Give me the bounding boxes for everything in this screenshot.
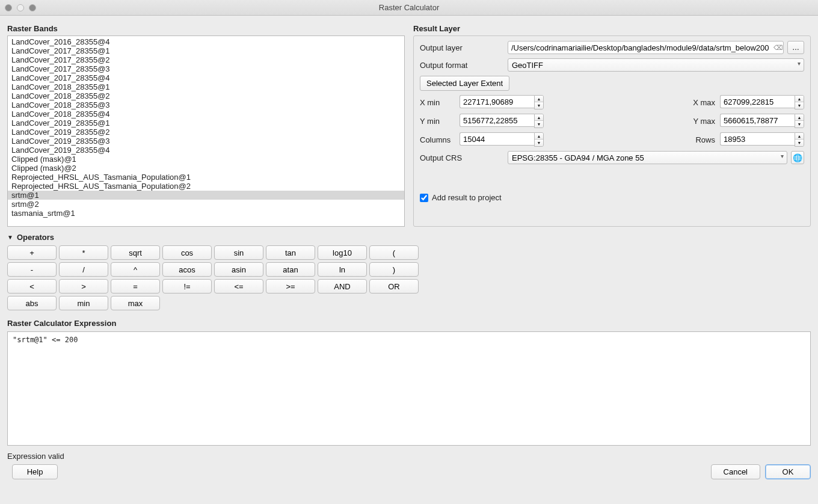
list-item[interactable]: LandCover_2019_28355@1 bbox=[8, 118, 404, 128]
operator-button[interactable]: sqrt bbox=[111, 245, 160, 260]
add-to-project-checkbox[interactable] bbox=[420, 194, 428, 202]
operator-button[interactable]: ) bbox=[369, 262, 419, 277]
ymax-label: Y max bbox=[686, 117, 715, 126]
list-item[interactable]: LandCover_2019_28355@2 bbox=[8, 128, 404, 137]
xmin-label: X min bbox=[420, 98, 455, 107]
raster-bands-label: Raster Bands bbox=[7, 24, 405, 33]
list-item[interactable]: srtm@2 bbox=[8, 200, 404, 209]
crs-picker-icon[interactable]: 🌐 bbox=[791, 151, 804, 164]
operator-button[interactable]: log10 bbox=[318, 245, 367, 260]
operator-button[interactable]: < bbox=[7, 279, 57, 293]
browse-output-button[interactable]: … bbox=[787, 41, 804, 54]
operator-button[interactable]: * bbox=[59, 245, 108, 260]
cancel-button[interactable]: Cancel bbox=[711, 464, 760, 479]
output-layer-input[interactable] bbox=[508, 41, 784, 54]
list-item[interactable]: LandCover_2018_28355@1 bbox=[8, 82, 404, 91]
add-to-project-label[interactable]: Add result to project bbox=[432, 193, 502, 202]
output-format-label: Output format bbox=[420, 61, 504, 70]
ymax-down-icon[interactable]: ▼ bbox=[795, 121, 804, 128]
columns-label: Columns bbox=[420, 135, 455, 144]
ok-button[interactable]: OK bbox=[765, 464, 811, 479]
operators-grid: +*sqrtcossintanlog10(-/^acosasinatanln)<… bbox=[7, 245, 811, 310]
operator-button[interactable]: - bbox=[7, 262, 57, 277]
operator-button[interactable]: cos bbox=[162, 245, 212, 260]
xmin-up-icon[interactable]: ▲ bbox=[535, 96, 543, 102]
ymax-input[interactable] bbox=[720, 114, 795, 127]
ymin-up-icon[interactable]: ▲ bbox=[535, 114, 543, 121]
output-layer-label: Output layer bbox=[420, 43, 504, 52]
list-item[interactable]: srtm@1 bbox=[8, 191, 404, 200]
list-item[interactable]: LandCover_2018_28355@3 bbox=[8, 100, 404, 109]
operators-label: Operators bbox=[17, 233, 54, 242]
operator-button[interactable]: min bbox=[59, 296, 108, 310]
xmax-down-icon[interactable]: ▼ bbox=[795, 102, 804, 109]
operator-button[interactable]: >= bbox=[266, 279, 315, 293]
rows-label: Rows bbox=[686, 135, 715, 144]
columns-input[interactable] bbox=[460, 132, 534, 146]
titlebar: Raster Calculator bbox=[0, 0, 818, 16]
operator-button[interactable]: != bbox=[162, 279, 212, 293]
list-item[interactable]: LandCover_2019_28355@4 bbox=[8, 146, 404, 155]
list-item[interactable]: LandCover_2017_28355@2 bbox=[8, 55, 404, 64]
ymin-label: Y min bbox=[420, 117, 455, 126]
list-item[interactable]: LandCover_2017_28355@4 bbox=[8, 73, 404, 82]
output-crs-label: Output CRS bbox=[420, 153, 504, 162]
cols-down-icon[interactable]: ▼ bbox=[535, 140, 543, 146]
cols-up-icon[interactable]: ▲ bbox=[535, 133, 543, 140]
expression-editor[interactable]: "srtm@1" <= 200 bbox=[7, 331, 811, 446]
rows-input[interactable] bbox=[720, 132, 795, 146]
xmin-input[interactable] bbox=[460, 95, 534, 108]
expression-label: Raster Calculator Expression bbox=[7, 319, 811, 328]
operator-button[interactable]: > bbox=[59, 279, 108, 293]
xmax-label: X max bbox=[686, 98, 715, 107]
list-item[interactable]: Reprojected_HRSL_AUS_Tasmania_Population… bbox=[8, 173, 404, 182]
operator-button[interactable]: ln bbox=[318, 262, 367, 277]
ymin-input[interactable] bbox=[460, 114, 534, 127]
xmax-input[interactable] bbox=[720, 95, 795, 108]
operator-button[interactable]: ( bbox=[369, 245, 419, 260]
operator-button[interactable]: + bbox=[7, 245, 57, 260]
list-item[interactable]: LandCover_2016_28355@4 bbox=[8, 37, 404, 46]
list-item[interactable]: Reprojected_HRSL_AUS_Tasmania_Population… bbox=[8, 182, 404, 191]
list-item[interactable]: tasmania_srtm@1 bbox=[8, 209, 404, 218]
operator-button[interactable]: sin bbox=[214, 245, 263, 260]
selected-extent-button[interactable]: Selected Layer Extent bbox=[420, 76, 509, 91]
operator-button[interactable]: atan bbox=[266, 262, 315, 277]
ymin-down-icon[interactable]: ▼ bbox=[535, 121, 543, 128]
list-item[interactable]: LandCover_2017_28355@3 bbox=[8, 64, 404, 73]
operator-button[interactable]: = bbox=[111, 279, 160, 293]
xmax-up-icon[interactable]: ▲ bbox=[795, 96, 804, 102]
rows-down-icon[interactable]: ▼ bbox=[795, 140, 804, 146]
operator-button[interactable]: acos bbox=[162, 262, 212, 277]
operator-button[interactable]: tan bbox=[266, 245, 315, 260]
operator-button[interactable]: AND bbox=[318, 279, 367, 293]
window-title: Raster Calculator bbox=[0, 3, 818, 12]
result-layer-label: Result Layer bbox=[413, 24, 811, 33]
status-text: Expression valid bbox=[7, 452, 811, 461]
operator-button[interactable]: <= bbox=[214, 279, 263, 293]
list-item[interactable]: LandCover_2018_28355@2 bbox=[8, 91, 404, 100]
ymax-up-icon[interactable]: ▲ bbox=[795, 114, 804, 121]
help-button[interactable]: Help bbox=[12, 464, 58, 479]
operator-button[interactable]: asin bbox=[214, 262, 263, 277]
output-crs-select[interactable]: EPSG:28355 - GDA94 / MGA zone 55 bbox=[508, 151, 787, 164]
list-item[interactable]: LandCover_2018_28355@4 bbox=[8, 109, 404, 118]
operator-button[interactable]: / bbox=[59, 262, 108, 277]
list-item[interactable]: Clipped (mask)@1 bbox=[8, 155, 404, 164]
operator-button[interactable]: ^ bbox=[111, 262, 160, 277]
raster-bands-list[interactable]: LandCover_2016_28355@4LandCover_2017_283… bbox=[7, 35, 405, 227]
xmin-down-icon[interactable]: ▼ bbox=[535, 102, 543, 109]
list-item[interactable]: LandCover_2017_28355@1 bbox=[8, 46, 404, 55]
rows-up-icon[interactable]: ▲ bbox=[795, 133, 804, 140]
operator-button[interactable]: OR bbox=[369, 279, 419, 293]
list-item[interactable]: LandCover_2019_28355@3 bbox=[8, 137, 404, 146]
list-item[interactable]: Clipped (mask)@2 bbox=[8, 164, 404, 173]
output-format-select[interactable]: GeoTIFF bbox=[508, 58, 804, 72]
operator-button[interactable]: abs bbox=[7, 296, 57, 310]
clear-output-icon[interactable]: ⌫ bbox=[773, 42, 784, 53]
operators-header[interactable]: ▼ Operators bbox=[7, 233, 811, 242]
operator-button[interactable]: max bbox=[111, 296, 160, 310]
disclosure-triangle-icon: ▼ bbox=[7, 234, 13, 241]
